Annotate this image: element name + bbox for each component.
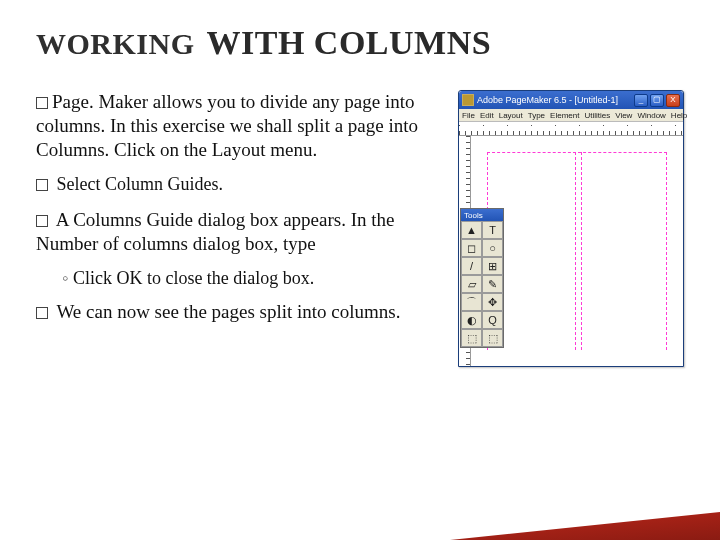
checkbox-icon (36, 179, 48, 191)
zoom-tool-icon[interactable]: Q (482, 311, 503, 329)
hand-tool-icon[interactable]: ✥ (482, 293, 503, 311)
menu-element[interactable]: Element (550, 111, 579, 120)
body-text: Page. Maker allows you to divide any pag… (36, 90, 446, 367)
bullet-1-lead: Page. Maker (52, 91, 153, 112)
close-button[interactable]: X (666, 94, 680, 107)
frame-tool-icon[interactable]: ⊞ (482, 257, 503, 275)
menu-type[interactable]: Type (528, 111, 545, 120)
app-icon (462, 94, 474, 106)
menu-help[interactable]: Help (671, 111, 687, 120)
menu-utilities[interactable]: Utilities (584, 111, 610, 120)
column-guide (581, 152, 582, 350)
menu-layout[interactable]: Layout (499, 111, 523, 120)
maximize-button[interactable]: ▢ (650, 94, 664, 107)
menubar[interactable]: File Edit Layout Type Element Utilities … (459, 109, 683, 122)
title-part-2: WITH COLUMNS (207, 24, 492, 62)
toolbox-title[interactable]: Tools (461, 209, 503, 221)
menu-view[interactable]: View (615, 111, 632, 120)
checkbox-icon (36, 215, 48, 227)
polygon-tool-icon[interactable]: ▱ (461, 275, 482, 293)
line-tool-icon[interactable]: / (461, 257, 482, 275)
crop-tool-icon[interactable]: ✎ (482, 275, 503, 293)
bullet-3: A Columns Guide dialog box appears. In t… (36, 208, 446, 256)
column-guide (575, 152, 576, 350)
app-title: Adobe PageMaker 6.5 - [Untitled-1] (477, 95, 634, 105)
column-guide (666, 152, 667, 350)
toolbox-panel[interactable]: Tools ▲ T ◻ ○ / ⊞ ▱ ✎ ⌒ ✥ ◐ (460, 208, 504, 348)
fill-tool-icon[interactable]: ◐ (461, 311, 482, 329)
bullet-1: Page. Maker allows you to divide any pag… (36, 90, 446, 161)
text-tool-icon[interactable]: T (482, 221, 503, 239)
pointer-tool-icon[interactable]: ▲ (461, 221, 482, 239)
checkbox-icon (36, 307, 48, 319)
ruler-horizontal (459, 122, 683, 136)
menu-window[interactable]: Window (637, 111, 665, 120)
rectangle-tool-icon[interactable]: ◻ (461, 239, 482, 257)
bullet-3-text: A Columns Guide dialog box appears. In t… (36, 209, 394, 254)
menu-file[interactable]: File (462, 111, 475, 120)
slide-decoration (450, 500, 720, 540)
swatch-bg-icon[interactable]: ⬚ (482, 329, 503, 347)
bullet-2: Select Column Guides. (36, 173, 446, 196)
menu-edit[interactable]: Edit (480, 111, 494, 120)
checkbox-icon (36, 97, 48, 109)
pagemaker-window: Adobe PageMaker 6.5 - [Untitled-1] _ ▢ X… (458, 90, 684, 367)
margin-guide (487, 152, 667, 153)
bullet-4: We can now see the pages split into colu… (36, 300, 446, 324)
titlebar[interactable]: Adobe PageMaker 6.5 - [Untitled-1] _ ▢ X (459, 91, 683, 109)
title-part-1: WORKING (36, 27, 195, 61)
rotate-tool-icon[interactable]: ⌒ (461, 293, 482, 311)
ellipse-tool-icon[interactable]: ○ (482, 239, 503, 257)
bullet-4-text: We can now see the pages split into colu… (56, 301, 400, 322)
minimize-button[interactable]: _ (634, 94, 648, 107)
bullet-3-sub: Click OK to close the dialog box. (62, 267, 446, 290)
bullet-2-text: Select Column Guides. (57, 174, 223, 194)
swatch-fg-icon[interactable]: ⬚ (461, 329, 482, 347)
slide-title: WORKING WITH COLUMNS (36, 24, 684, 62)
